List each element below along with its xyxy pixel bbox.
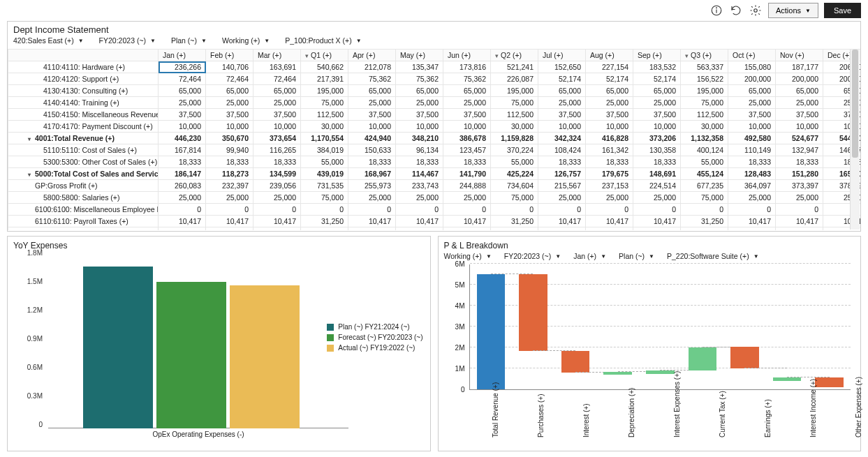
waterfall-bar[interactable] (519, 274, 547, 351)
pl-selector-4[interactable]: P_220:Software Suite (+)▼ (667, 252, 759, 260)
grid-cell[interactable]: 10,417 (396, 216, 443, 227)
row-header[interactable]: ▾4001:Total Revenue (+) (8, 133, 159, 144)
refresh-icon[interactable] (729, 3, 743, 17)
grid-cell[interactable]: 677,235 (681, 180, 728, 192)
column-header[interactable]: Oct (+) (728, 50, 776, 61)
grid-cell[interactable]: 25,000 (396, 97, 443, 109)
grid-cell[interactable]: 22,500 (491, 227, 538, 231)
row-header[interactable]: GP:Gross Profit (+) (8, 180, 159, 192)
grid-cell[interactable]: 7,500 (253, 227, 301, 231)
grid-cell[interactable]: 22,500 (681, 227, 728, 231)
waterfall-bar[interactable] (477, 274, 506, 389)
grid-cell[interactable]: 75,362 (348, 73, 396, 85)
grid-cell[interactable]: 37,500 (538, 109, 586, 121)
row-header[interactable]: 4110:4110: Hardware (+) (8, 61, 159, 73)
grid-cell[interactable]: 18,333 (348, 156, 396, 168)
grid-cell[interactable]: 37,500 (586, 109, 633, 121)
grid-cell[interactable]: 140,706 (206, 61, 253, 73)
grid-cell[interactable]: 72,464 (253, 73, 301, 85)
scrollbar-thumb[interactable] (852, 50, 858, 158)
grid-cell[interactable]: 10,000 (396, 121, 443, 133)
grid-cell[interactable]: 18,333 (396, 156, 443, 168)
grid-cell[interactable]: 186,147 (159, 168, 206, 180)
grid-cell[interactable]: 25,000 (348, 97, 396, 109)
grid-cell[interactable]: 18,333 (443, 156, 491, 168)
grid-cell[interactable]: 55,000 (491, 156, 538, 168)
grid-cell[interactable]: 37,500 (159, 109, 206, 121)
grid-cell[interactable]: 0 (681, 204, 728, 216)
grid-cell[interactable]: 65,000 (396, 85, 443, 97)
grid-cell[interactable]: 55,000 (681, 156, 728, 168)
grid-cell[interactable]: 10,000 (776, 121, 823, 133)
grid-cell[interactable]: 233,743 (396, 180, 443, 192)
grid-cell[interactable]: 400,124 (681, 144, 728, 156)
grid-cell[interactable]: 99,940 (206, 144, 253, 156)
grid-cell[interactable]: 179,675 (586, 168, 633, 180)
grid-cell[interactable]: 31,250 (681, 216, 728, 227)
row-header[interactable]: 4120:4120: Support (+) (8, 73, 159, 85)
grid-cell[interactable]: 10,000 (728, 121, 776, 133)
grid-cell[interactable]: 37,500 (728, 109, 776, 121)
grid-cell[interactable]: 0 (348, 204, 396, 216)
grid-cell[interactable]: 114,467 (396, 168, 443, 180)
grid-cell[interactable]: 25,000 (348, 192, 396, 204)
grid-cell[interactable]: 200,000 (728, 73, 776, 85)
grid-cell[interactable]: 18,333 (728, 156, 776, 168)
column-header[interactable]: Apr (+) (348, 50, 396, 61)
grid-cell[interactable]: 195,000 (681, 85, 728, 97)
grid-cell[interactable]: 25,000 (776, 97, 823, 109)
grid-cell[interactable]: 128,483 (728, 168, 776, 180)
grid-cell[interactable]: 0 (586, 204, 633, 216)
report-selector-3[interactable]: Working (+)▼ (222, 36, 270, 45)
grid-cell[interactable]: 7,500 (348, 227, 396, 231)
waterfall-bar[interactable] (815, 377, 844, 387)
grid-cell[interactable]: 173,816 (443, 61, 491, 73)
grid-cell[interactable]: 167,814 (159, 144, 206, 156)
column-header[interactable]: Feb (+) (206, 50, 253, 61)
grid-cell[interactable]: 75,000 (491, 97, 538, 109)
grid-cell[interactable]: 52,174 (538, 73, 586, 85)
grid-cell[interactable]: 18,333 (586, 156, 633, 168)
grid-cell[interactable]: 18,333 (538, 156, 586, 168)
grid-cell[interactable]: 364,097 (728, 180, 776, 192)
grid-cell[interactable]: 25,000 (443, 192, 491, 204)
grid-cell[interactable]: 0 (443, 204, 491, 216)
grid-cell[interactable]: 37,500 (776, 109, 823, 121)
grid-cell[interactable]: 183,532 (633, 61, 681, 73)
grid-cell[interactable]: 25,000 (728, 192, 776, 204)
grid-cell[interactable]: 0 (538, 204, 586, 216)
grid-cell[interactable]: 116,265 (253, 144, 301, 156)
grid-cell[interactable]: 455,124 (681, 168, 728, 180)
grid-cell[interactable]: 7,500 (586, 227, 633, 231)
grid-cell[interactable]: 152,650 (538, 61, 586, 73)
grid-cell[interactable]: 7,500 (776, 227, 823, 231)
vertical-scrollbar[interactable] (850, 50, 860, 230)
grid-cell[interactable]: 416,828 (586, 133, 633, 144)
row-header[interactable]: 4170:4170: Payment Discount (+) (8, 121, 159, 133)
grid-cell[interactable]: 37,500 (206, 109, 253, 121)
report-selector-4[interactable]: P_100:Product X (+)▼ (285, 36, 361, 45)
column-header[interactable]: Jul (+) (538, 50, 586, 61)
grid-cell[interactable]: 25,000 (206, 97, 253, 109)
grid-cell[interactable]: 25,000 (586, 97, 633, 109)
grid-cell[interactable]: 110,149 (728, 144, 776, 156)
bar[interactable] (156, 282, 226, 428)
grid-cell[interactable]: 10,417 (206, 216, 253, 227)
grid-cell[interactable]: 0 (253, 204, 301, 216)
grid-cell[interactable]: 25,000 (396, 192, 443, 204)
grid-cell[interactable]: 52,174 (586, 73, 633, 85)
grid-cell[interactable]: 7,500 (728, 227, 776, 231)
grid-cell[interactable]: 25,000 (776, 192, 823, 204)
grid-cell[interactable]: 7,500 (159, 227, 206, 231)
grid-cell[interactable]: 492,580 (728, 133, 776, 144)
waterfall-bar[interactable] (689, 347, 717, 370)
grid-cell[interactable]: 75,000 (491, 192, 538, 204)
grid-cell[interactable]: 10,000 (206, 121, 253, 133)
gear-icon[interactable] (749, 3, 763, 17)
grid-cell[interactable]: 52,174 (633, 73, 681, 85)
grid-cell[interactable]: 1,132,358 (681, 133, 728, 144)
column-header[interactable]: Aug (+) (586, 50, 633, 61)
grid-cell[interactable]: 37,500 (443, 109, 491, 121)
waterfall-bar[interactable] (773, 377, 802, 381)
grid-cell[interactable]: 10,417 (443, 216, 491, 227)
